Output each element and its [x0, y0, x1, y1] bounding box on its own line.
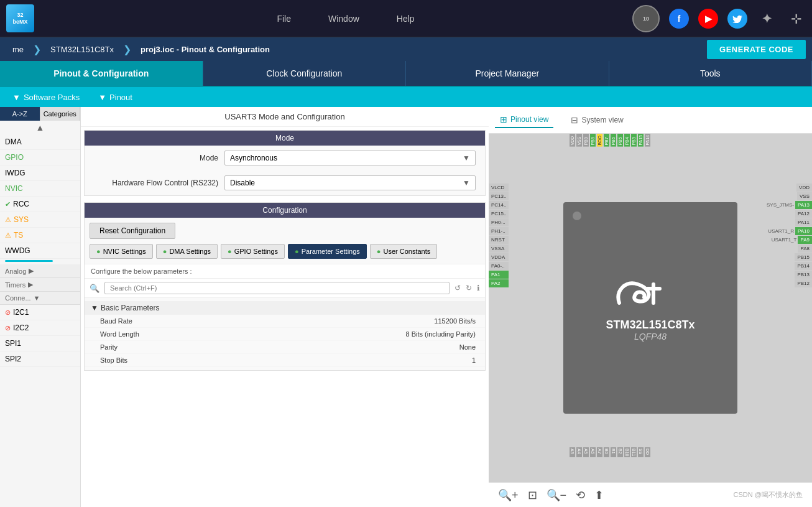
bot-pin-b11[interactable]: B11 [631, 447, 637, 457]
right-pin-pa8[interactable]: PA8 [798, 244, 812, 253]
bot-pin-ss[interactable]: SS [638, 447, 644, 457]
sidebar-section-analog[interactable]: Analog ▶ [0, 264, 80, 278]
breadcrumb-home[interactable]: me [6, 42, 30, 57]
bot-pin-b2[interactable]: B2 [617, 447, 623, 457]
gpio-settings-tab[interactable]: ● GPIO Settings [221, 244, 285, 259]
sidebar-item-ts[interactable]: ⚠ TS [0, 228, 80, 243]
right-pin-pb12[interactable]: PB12 [795, 279, 812, 287]
more-icon[interactable]: ⊹ [786, 9, 806, 29]
left-pin-pa1[interactable]: PA1 [489, 271, 509, 279]
tab-tools[interactable]: Tools [609, 61, 813, 86]
bot-pin-b0[interactable]: B0 [604, 447, 609, 457]
facebook-icon[interactable]: f [669, 9, 689, 29]
sidebar-tab-az[interactable]: A->Z [0, 107, 40, 121]
dma-settings-tab[interactable]: ● DMA Settings [156, 244, 218, 259]
sidebar-section-timers[interactable]: Timers ▶ [0, 278, 80, 292]
top-pin-pb3[interactable]: PB3 [631, 134, 637, 147]
generate-code-button[interactable]: GENERATE CODE [707, 40, 806, 59]
right-pin-pa10[interactable]: PA10 [795, 227, 812, 235]
left-pin-pc15[interactable]: PC15.. [489, 210, 509, 218]
right-pin-vdd[interactable]: VDD [796, 184, 812, 192]
sidebar-item-iwdg[interactable]: IWDG [0, 165, 80, 181]
twitter-icon[interactable] [727, 9, 747, 29]
zoom-in-button[interactable]: 🔍+ [498, 488, 519, 502]
sidebar-item-spi2[interactable]: SPI2 [0, 351, 80, 367]
left-pin-ph1[interactable]: PH1-.. [489, 227, 509, 235]
right-pin-pa11[interactable]: PA11 [795, 218, 812, 226]
top-pin-pb8[interactable]: PB8 [590, 134, 596, 147]
reset-view-button[interactable]: ⟲ [576, 488, 585, 502]
left-pin-pa0[interactable]: PA0-.. [489, 262, 509, 270]
network-icon[interactable]: ✦ [757, 9, 777, 29]
sidebar-item-rcc[interactable]: ✔ RCC [0, 197, 80, 212]
sidebar-item-i2c1[interactable]: ⊘ I2C1 [0, 305, 80, 320]
bot-pin-a3[interactable]: A3 [570, 447, 575, 457]
search-prev-icon[interactable]: ↺ [454, 284, 461, 292]
right-pin-pb14[interactable]: PB14 [795, 262, 812, 270]
sidebar-item-wwdg[interactable]: WWDG [0, 243, 80, 259]
sub-tab-software-packs[interactable]: ▼ Software Packs [12, 93, 80, 102]
left-pin-nrst[interactable]: NRST [489, 236, 509, 244]
tab-clock[interactable]: Clock Configuration [203, 61, 407, 86]
menu-window[interactable]: Window [322, 11, 366, 27]
top-pin-pb6[interactable]: PB6 [611, 134, 616, 147]
basic-params-header[interactable]: ▼ Basic Parameters [85, 301, 485, 315]
breadcrumb-device[interactable]: STM32L151C8Tx [44, 42, 120, 57]
right-pin-pb13[interactable]: PB13 [795, 271, 812, 279]
top-pin-pb5[interactable]: PB5 [617, 134, 623, 147]
tab-system-view[interactable]: ⊟ System view [566, 113, 628, 128]
right-pin-pb15[interactable]: PB15 [795, 253, 812, 261]
right-pin-pa9[interactable]: PA9 [798, 236, 812, 244]
fit-button[interactable]: ⊡ [528, 488, 537, 502]
mode-select[interactable]: Asynchronous ▼ [224, 151, 476, 165]
left-pin-pa2[interactable]: PA2 [489, 279, 509, 287]
sidebar-item-dma[interactable]: DMA [0, 134, 80, 150]
nvic-settings-tab[interactable]: ● NVIC Settings [90, 244, 153, 259]
bot-pin-b10[interactable]: B10 [624, 447, 630, 457]
left-pin-vdda[interactable]: VDDA [489, 253, 509, 261]
sidebar-item-gpio[interactable]: GPIO [0, 150, 80, 165]
breadcrumb-project[interactable]: proj3.ioc - Pinout & Configuration [134, 42, 276, 57]
top-pin-pa14[interactable]: PA14 [645, 134, 650, 147]
bot-pin-a6[interactable]: A6 [590, 447, 596, 457]
parameter-settings-tab[interactable]: ● Parameter Settings [288, 244, 367, 259]
sidebar-item-sys[interactable]: ⚠ SYS [0, 212, 80, 228]
search-input[interactable] [104, 282, 450, 294]
top-pin-vdd[interactable]: VDD [570, 134, 575, 147]
top-pin-pb4[interactable]: PB4 [624, 134, 630, 147]
left-pin-pc14[interactable]: PC14.. [489, 201, 509, 209]
hwflow-select[interactable]: Disable ▼ [224, 175, 476, 190]
top-pin-pb9[interactable]: PB9 [583, 134, 589, 147]
top-pin-pb7[interactable]: PB7 [604, 134, 609, 147]
reset-config-button[interactable]: Reset Configuration [90, 223, 175, 239]
bot-pin-b1[interactable]: B1 [611, 447, 616, 457]
zoom-out-button[interactable]: 🔍− [547, 488, 567, 502]
left-pin-vssa[interactable]: VSSA [489, 244, 509, 253]
user-constants-tab[interactable]: ● User Constants [370, 244, 437, 259]
sub-tab-pinout[interactable]: ▼ Pinout [98, 93, 132, 102]
right-pin-vss[interactable]: VSS [797, 192, 812, 200]
left-pin-ph0[interactable]: PH0-.. [489, 218, 509, 226]
left-pin-vlcd[interactable]: VLCD [489, 184, 509, 192]
bot-pin-a7[interactable]: A7 [597, 447, 602, 457]
right-pin-pa13[interactable]: PA13 [795, 201, 812, 209]
top-pin-boo[interactable]: BOO [597, 134, 602, 147]
export-button[interactable]: ⬆ [594, 488, 604, 502]
sidebar-scroll-up[interactable]: ▲ [0, 121, 80, 134]
sidebar-item-spi1[interactable]: SPI1 [0, 336, 80, 351]
menu-file[interactable]: File [270, 11, 297, 27]
tab-pinout[interactable]: Pinout & Configuration [0, 61, 203, 86]
youtube-icon[interactable]: ▶ [698, 9, 718, 29]
tab-project[interactable]: Project Manager [406, 61, 609, 86]
top-pin-vss[interactable]: VSS [576, 134, 582, 147]
bot-pin-dd[interactable]: DD [645, 447, 650, 457]
search-next-icon[interactable]: ↻ [466, 284, 472, 292]
sidebar-tab-categories[interactable]: Categories [40, 107, 81, 121]
sidebar-item-nvic[interactable]: NVIC [0, 181, 80, 197]
right-pin-pa12[interactable]: PA12 [795, 210, 812, 218]
bot-pin-a5[interactable]: A5 [583, 447, 589, 457]
left-pin-pc13[interactable]: PC13.. [489, 192, 509, 200]
top-pin-pa15[interactable]: PA15 [638, 134, 644, 147]
bot-pin-a4[interactable]: A4 [576, 447, 582, 457]
info-icon[interactable]: ℹ [477, 284, 480, 292]
